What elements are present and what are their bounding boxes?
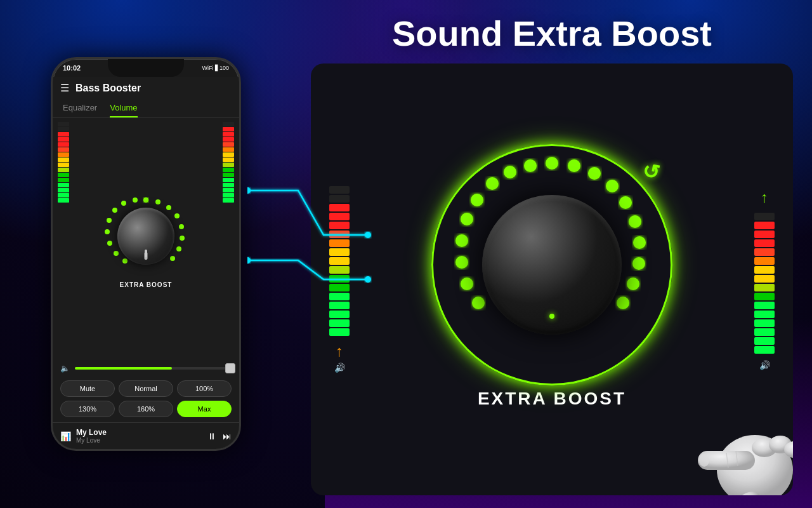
vu-bar [754,257,775,265]
vu-bar [223,147,234,152]
vu-bar [754,266,775,274]
headline: Sound Extra Boost [311,13,793,54]
left-arrow-group: ↑ 🔊 [334,342,345,373]
vu-bar [58,193,69,197]
vu-bar [329,239,350,247]
vu-bar [329,231,350,238]
speaker-icon-left: 🔊 [334,363,345,373]
svg-point-12 [105,229,110,234]
vu-bar [223,132,234,137]
vu-bar [223,193,234,197]
player-controls: ⏸ ⏭ [207,431,232,441]
svg-point-7 [170,256,175,261]
vu-bar [58,132,69,137]
vu-bar [223,127,234,131]
svg-point-3 [174,213,180,218]
right-arrow-group: ↑ [761,189,768,206]
phone-knob[interactable] [117,208,174,265]
vu-bar [754,311,775,318]
vu-bar [754,302,775,309]
phone-content: ☰ Bass Booster Equalizer Volume [53,77,239,449]
vu-bar [754,346,775,354]
svg-point-26 [524,159,537,172]
vu-bar [329,275,350,283]
vu-bar [754,213,775,220]
vu-bar [754,222,775,229]
preset-mute[interactable]: Mute [60,380,115,397]
large-knob[interactable] [482,195,622,335]
vu-bar [223,178,234,182]
tab-equalizer[interactable]: Equalizer [63,99,97,117]
svg-point-6 [176,246,181,251]
vu-bar [754,275,775,283]
svg-point-33 [461,277,473,290]
vu-bar [223,168,234,172]
main-area: EXTRA BOOST [53,122,239,361]
phone-knob-label: EXTRA BOOST [120,281,173,288]
vu-bar [223,198,234,203]
preset-max[interactable]: Max [177,401,232,417]
vu-bar [58,168,69,172]
vu-bar [223,152,234,157]
main-container: 10:02 WiFi ▋100 ☰ Bass Booster Equalizer… [0,0,812,508]
vu-bar [58,152,69,157]
svg-point-5 [180,236,185,241]
vu-bar [754,328,775,336]
vu-bar [329,293,350,300]
phone-section: 10:02 WiFi ▋100 ☰ Bass Booster Equalizer… [0,0,292,508]
vu-bar [58,142,69,147]
preset-160[interactable]: 160% [119,401,173,417]
vu-bar [329,257,350,265]
vu-bar [58,183,69,187]
vu-bar [329,213,350,220]
vu-bar [223,183,234,187]
phone-title: Bass Booster [75,83,141,94]
vu-bar [754,248,775,256]
svg-point-13 [107,241,112,246]
volume-track[interactable] [75,367,232,370]
vu-bar [58,163,69,167]
preset-normal[interactable]: Normal [119,380,173,397]
vu-bar [58,188,69,192]
vu-bar [754,239,775,247]
preset-100[interactable]: 100% [177,380,232,397]
svg-point-16 [546,157,558,170]
next-button[interactable]: ⏭ [223,431,232,441]
svg-point-22 [633,236,646,249]
svg-point-27 [504,166,516,178]
display-panel: ↑ 🔊 [311,64,793,495]
vu-bar [223,137,234,142]
vu-bar [329,311,350,318]
large-knob-container: ↺ EXTRA BOOST [355,150,749,409]
track-name: My Love [76,428,202,437]
hamburger-icon[interactable]: ☰ [60,82,69,94]
right-section: Sound Extra Boost [292,0,812,508]
svg-point-28 [486,177,499,190]
vu-bar [329,222,350,229]
pause-button[interactable]: ⏸ [207,431,216,441]
phone-notch [108,59,184,77]
vu-bar [223,188,234,192]
svg-point-21 [629,215,641,228]
tab-volume[interactable]: Volume [110,99,137,117]
bars-icon: 📊 [60,431,71,441]
vu-bar [58,173,69,177]
svg-point-10 [112,208,117,213]
phone-header: ☰ Bass Booster [53,77,239,99]
svg-point-8 [133,197,138,203]
up-arrow-green: ↑ [761,189,768,206]
svg-point-9 [121,201,126,206]
volume-fill [75,367,172,370]
vu-meter-left [58,122,69,361]
vu-bar [223,142,234,147]
svg-point-4 [179,224,184,229]
preset-130[interactable]: 130% [60,401,115,417]
vu-bar [329,302,350,309]
vu-bar [58,127,69,131]
vu-bar [329,195,350,203]
vu-bar [223,173,234,177]
vu-bar [329,266,350,274]
vu-bar [329,248,350,256]
vu-meter-right [223,122,234,361]
vu-bar [329,284,350,291]
